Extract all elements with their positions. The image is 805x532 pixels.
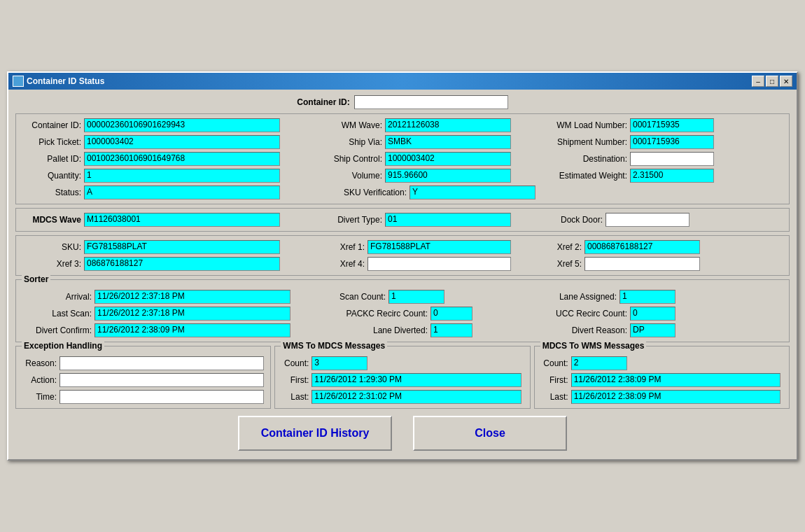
destination-group: Destination: — [547, 152, 714, 166]
sku-row-1: SKU: FG781588PLAT Xref 1: FG781588PLAT X… — [22, 240, 783, 254]
ship-control-group: Ship Control: 1000003402 — [330, 152, 540, 166]
volume-label: Volume: — [330, 171, 382, 181]
ship-control-label: Ship Control: — [330, 154, 382, 164]
dock-door-label: Dock Door: — [547, 215, 603, 225]
close-button[interactable]: Close — [413, 416, 567, 451]
mdcs-wms-label: MDCS To WMS Messages — [540, 341, 647, 351]
wm-wave-label: WM Wave: — [330, 120, 382, 130]
exc-time-value — [59, 390, 264, 404]
estimated-weight-label: Estimated Weight: — [547, 171, 627, 181]
arrival-value: 11/26/2012 2:37:18 PM — [94, 290, 290, 304]
divert-reason-group: Divert Reason: DP — [547, 323, 676, 337]
maximize-button[interactable]: □ — [766, 76, 778, 87]
quantity-group: Quantity: 1 — [22, 169, 323, 183]
quantity-label: Quantity: — [22, 171, 81, 181]
close-window-button[interactable]: ✕ — [780, 76, 792, 87]
xref3-label: Xref 3: — [22, 259, 81, 269]
wms-mdcs-label: WMS To MDCS Messages — [281, 341, 387, 351]
dock-door-group: Dock Door: — [547, 213, 690, 227]
lane-diverted-group: Lane Diverted: 1 — [330, 323, 540, 337]
container-id-top-label: Container ID: — [297, 97, 349, 107]
sku-verification-label: SKU Verification: — [330, 188, 407, 197]
last-scan-group: Last Scan: 11/26/2012 2:37:18 PM — [22, 307, 323, 321]
pallet-id-label: Pallet ID: — [22, 154, 81, 164]
xref1-group: Xref 1: FG781588PLAT — [330, 240, 540, 254]
wms-first-row: First: 11/26/2012 1:29:30 PM — [281, 373, 524, 387]
container-id-top-input[interactable] — [354, 95, 508, 109]
packc-recirc-value: 0 — [430, 307, 472, 321]
main-info-section: Container ID: 000002360106901629943 WM W… — [15, 113, 790, 204]
divert-confirm-group: Divert Confirm: 11/26/2012 2:38:09 PM — [22, 323, 323, 337]
volume-group: Volume: 915.96600 — [330, 169, 540, 183]
xref3-value: 086876188127 — [84, 257, 280, 271]
title-bar-left: Container ID Status — [13, 76, 104, 87]
sku-label: SKU: — [22, 242, 81, 252]
mdcs-last-value: 11/26/2012 2:38:09 PM — [571, 390, 780, 404]
packc-recirc-label: PACKC Recirc Count: — [330, 309, 428, 318]
arrival-label: Arrival: — [22, 292, 92, 302]
sku-verification-value: Y — [410, 186, 536, 200]
wms-count-row: Count: 3 — [281, 356, 524, 370]
sku-group: SKU: FG781588PLAT — [22, 240, 323, 254]
row-2: Pick Ticket: 1000003402 Ship Via: SMBK S… — [22, 135, 783, 149]
pick-ticket-value: 1000003402 — [84, 135, 280, 149]
sku-section: SKU: FG781588PLAT Xref 1: FG781588PLAT X… — [15, 235, 790, 276]
mdcs-first-label: First: — [540, 375, 568, 385]
mdcs-count-row: Count: 2 — [540, 356, 783, 370]
mdcs-count-label: Count: — [540, 358, 568, 368]
pallet-id-group: Pallet ID: 001002360106901649768 — [22, 152, 323, 166]
mdcs-row: MDCS Wave M1126038001 Divert Type: 01 Do… — [22, 213, 783, 227]
last-scan-label: Last Scan: — [22, 309, 92, 318]
estimated-weight-group: Estimated Weight: 2.31500 — [547, 169, 714, 183]
wms-count-value: 3 — [312, 356, 368, 370]
divert-confirm-label: Divert Confirm: — [22, 326, 92, 335]
xref2-label: Xref 2: — [547, 242, 582, 252]
status-value: A — [84, 186, 280, 200]
minimize-button[interactable]: – — [752, 76, 764, 87]
lane-diverted-label: Lane Diverted: — [330, 326, 428, 335]
row-3: Pallet ID: 001002360106901649768 Ship Co… — [22, 152, 783, 166]
main-window: Container ID Status – □ ✕ Container ID: … — [7, 71, 798, 461]
sorter-row-1: Arrival: 11/26/2012 2:37:18 PM Scan Coun… — [22, 290, 783, 304]
xref4-label: Xref 4: — [330, 259, 365, 269]
lane-assigned-value: 1 — [620, 290, 676, 304]
exc-time-label: Time: — [22, 392, 57, 402]
shipment-number-value: 0001715936 — [630, 135, 714, 149]
divert-type-label: Divert Type: — [330, 215, 382, 225]
exc-action-label: Action: — [22, 375, 57, 385]
mdcs-first-value: 11/26/2012 2:38:09 PM — [571, 373, 780, 387]
destination-value — [630, 152, 714, 166]
sorter-section: Sorter Arrival: 11/26/2012 2:37:18 PM Sc… — [15, 279, 790, 342]
scan-count-group: Scan Count: 1 — [330, 290, 540, 304]
wms-mdcs-section: WMS To MDCS Messages Count: 3 First: 11/… — [274, 346, 530, 409]
estimated-weight-value: 2.31500 — [630, 169, 714, 183]
ship-control-value: 1000003402 — [385, 152, 511, 166]
exc-time-row: Time: — [22, 390, 265, 404]
container-id-history-button[interactable]: Container ID History — [238, 416, 392, 451]
mdcs-last-row: Last: 11/26/2012 2:38:09 PM — [540, 390, 783, 404]
ucc-recirc-group: UCC Recirc Count: 0 — [547, 307, 676, 321]
destination-label: Destination: — [547, 154, 627, 164]
xref4-group: Xref 4: — [330, 257, 540, 271]
bottom-buttons: Container ID History Close — [15, 413, 790, 454]
exception-handling-label: Exception Handling — [22, 341, 104, 351]
wm-load-label: WM Load Number: — [547, 120, 627, 130]
pick-ticket-label: Pick Ticket: — [22, 137, 81, 147]
wms-last-row: Last: 11/26/2012 2:31:02 PM — [281, 390, 524, 404]
content-area: Container ID: Container ID: 000002360106… — [8, 90, 797, 459]
wm-wave-value: 20121126038 — [385, 118, 511, 132]
lane-assigned-label: Lane Assigned: — [547, 292, 617, 302]
bottom-three-col: Exception Handling Reason: Action: Time:… — [15, 346, 790, 409]
status-group: Status: A — [22, 186, 323, 200]
divert-type-value: 01 — [385, 213, 511, 227]
status-label: Status: — [22, 188, 81, 197]
exc-reason-value — [59, 356, 264, 370]
xref2-value: 00086876188127 — [584, 240, 700, 254]
xref5-label: Xref 5: — [547, 259, 582, 269]
ucc-recirc-value: 0 — [630, 307, 676, 321]
mdcs-count-value: 2 — [571, 356, 627, 370]
wm-load-value: 0001715935 — [630, 118, 714, 132]
lane-assigned-group: Lane Assigned: 1 — [547, 290, 676, 304]
scan-count-label: Scan Count: — [330, 292, 386, 302]
row-5: Status: A SKU Verification: Y — [22, 186, 783, 200]
